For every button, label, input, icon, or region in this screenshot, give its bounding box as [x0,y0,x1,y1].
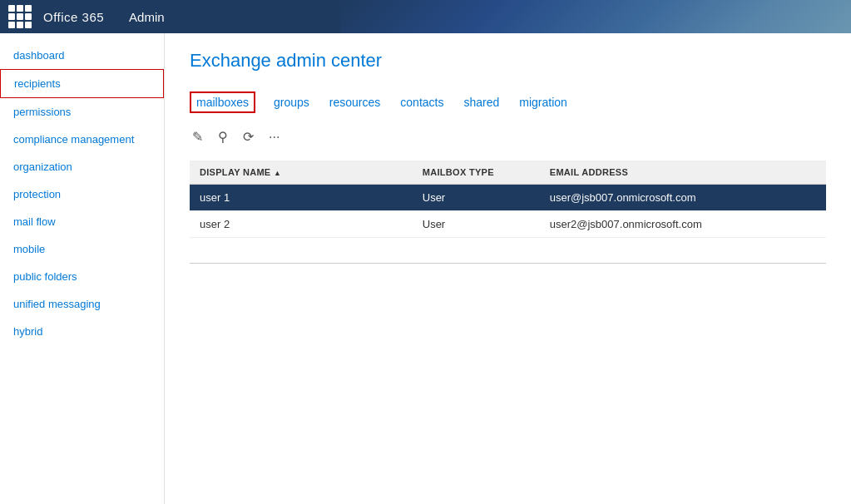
table-row[interactable]: user 1Useruser@jsb007.onmicrosoft.com [190,185,826,211]
cell-display-name: user 1 [190,185,413,211]
more-icon[interactable]: ··· [266,127,282,147]
sidebar-item-organization[interactable]: organization [0,153,164,180]
table-header-row: DISPLAY NAME MAILBOX TYPE EMAIL ADDRESS [190,161,826,185]
search-icon[interactable]: ⚲ [215,126,230,147]
col-email-address[interactable]: EMAIL ADDRESS [540,161,826,185]
sidebar-item-dashboard[interactable]: dashboard [0,42,164,69]
tab-mailboxes[interactable]: mailboxes [190,91,255,113]
cell-mailbox-type: User [413,211,540,238]
sidebar-item-mail-flow[interactable]: mail flow [0,208,164,235]
cell-email-address: user@jsb007.onmicrosoft.com [540,185,826,211]
col-mailbox-type[interactable]: MAILBOX TYPE [413,161,540,185]
sidebar-item-recipients[interactable]: recipients [0,69,164,98]
tab-groups[interactable]: groups [272,92,311,112]
col-display-name[interactable]: DISPLAY NAME [190,161,413,185]
edit-icon[interactable]: ✎ [190,126,205,147]
top-nav: Office 365 Admin [0,0,851,33]
cell-email-address: user2@jsb007.onmicrosoft.com [540,211,826,238]
sidebar-item-unified-messaging[interactable]: unified messaging [0,290,164,318]
mailboxes-table: DISPLAY NAME MAILBOX TYPE EMAIL ADDRESS … [190,161,826,238]
table-row[interactable]: user 2Useruser2@jsb007.onmicrosoft.com [190,211,826,238]
sidebar: dashboard recipients permissions complia… [0,33,165,504]
app-title: Office 365 [43,10,104,24]
sidebar-item-public-folders[interactable]: public folders [0,263,164,290]
tab-resources[interactable]: resources [328,92,382,112]
refresh-icon[interactable]: ⟳ [240,126,256,147]
main-content: Exchange admin center mailboxes groups r… [165,33,851,504]
tab-contacts[interactable]: contacts [398,92,445,112]
sidebar-item-mobile[interactable]: mobile [0,235,164,263]
tab-nav: mailboxes groups resources contacts shar… [190,91,826,113]
admin-label: Admin [129,10,165,24]
tab-shared[interactable]: shared [462,92,501,112]
sidebar-item-protection[interactable]: protection [0,180,164,208]
sidebar-item-permissions[interactable]: permissions [0,98,164,126]
sidebar-item-compliance-management[interactable]: compliance management [0,126,164,153]
waffle-menu[interactable] [8,5,32,28]
bottom-border [190,263,826,264]
cell-mailbox-type: User [413,185,540,211]
sidebar-item-hybrid[interactable]: hybrid [0,318,164,345]
tab-migration[interactable]: migration [517,92,569,112]
page-container: dashboard recipients permissions complia… [0,33,851,504]
toolbar: ✎ ⚲ ⟳ ··· [190,126,826,147]
page-title: Exchange admin center [190,50,826,72]
cell-display-name: user 2 [190,211,413,238]
